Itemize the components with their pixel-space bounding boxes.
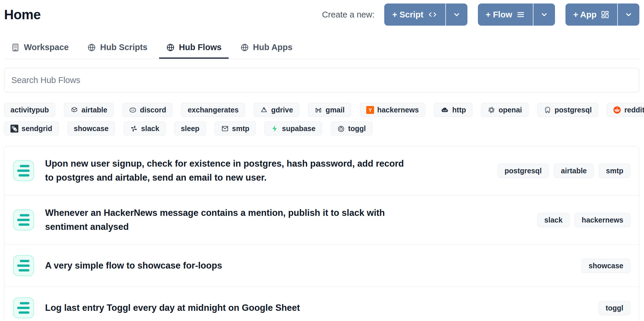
flow-tags: showcase [581, 259, 630, 273]
code-icon [428, 10, 437, 19]
flow-tag-smtp[interactable]: smtp [599, 164, 630, 178]
filter-chip-label: supabase [282, 124, 315, 133]
filter-chip-slack[interactable]: slack [124, 121, 166, 135]
flow-tags: toggl [599, 301, 630, 315]
filter-chip-gmail[interactable]: gmail [308, 103, 351, 117]
toggl-icon [337, 125, 345, 133]
tab-hub-scripts[interactable]: Hub Scripts [80, 38, 154, 59]
flow-title: Whenever an HackerNews message contains … [45, 206, 412, 234]
script-button[interactable]: + Script [384, 3, 446, 26]
flow-row[interactable]: Log last entry Toggl every day at midnig… [4, 287, 639, 321]
flow-button[interactable]: + Flow [478, 3, 533, 26]
filter-chip-hackernews[interactable]: Yhackernews [360, 103, 425, 117]
app-button[interactable]: + App [565, 3, 618, 26]
create-new-area: Create a new: + Script+ Flow+ App [322, 3, 639, 26]
filter-chip-discord[interactable]: discord [122, 103, 172, 117]
http-icon: HTTP [440, 106, 449, 114]
filter-chip-http[interactable]: HTTPhttp [434, 103, 472, 117]
flow-tag-airtable[interactable]: airtable [554, 164, 594, 178]
globe-icon [240, 43, 249, 52]
flow-title: Upon new user signup, check for existenc… [45, 157, 412, 185]
tab-label: Workspace [24, 43, 69, 52]
filter-chip-label: sleep [181, 124, 200, 133]
postgresql-icon [544, 106, 552, 114]
flow-tag-postgresql[interactable]: postgresql [498, 164, 549, 178]
app-button-label: + App [573, 10, 597, 20]
app-dropdown-button[interactable] [618, 3, 639, 26]
flow-title: Log last entry Toggl every day at midnig… [45, 301, 300, 315]
filter-chip-label: reddit [624, 106, 644, 114]
flow-tag-toggl[interactable]: toggl [599, 301, 630, 315]
app-grid-icon [601, 10, 609, 19]
flow-row[interactable]: A very simple flow to showcase for-loops… [4, 245, 639, 287]
filter-chip-label: gdrive [271, 106, 293, 114]
filter-chip-postgresql[interactable]: postgresql [537, 103, 598, 117]
filter-chip-airtable[interactable]: airtable [64, 103, 114, 117]
hackernews-icon: Y [366, 106, 374, 114]
filter-chip-sendgrid[interactable]: sendgrid [4, 121, 59, 135]
filter-chip-label: http [452, 106, 466, 114]
create-new-label: Create a new: [322, 10, 375, 20]
filter-chip-reddit[interactable]: reddit [607, 103, 644, 117]
flow-tag-slack[interactable]: slack [537, 213, 570, 227]
filter-chip-row: sendgridshowcaseslacksleepsmtpsupabaseto… [4, 121, 639, 135]
tab-workspace[interactable]: Workspace [4, 38, 76, 59]
flow-icon [13, 209, 34, 230]
page-title: Home [4, 7, 41, 22]
chevron-down-icon [540, 10, 549, 19]
flow-icon [13, 160, 34, 181]
tab-bar: WorkspaceHub ScriptsHub FlowsHub Apps [4, 38, 639, 59]
search-wrap [4, 68, 639, 92]
create-buttons: + Script+ Flow+ App [384, 3, 639, 26]
gmail-icon [314, 106, 322, 114]
filter-chip-label: discord [140, 106, 166, 114]
filter-chip-gdrive[interactable]: gdrive [254, 103, 299, 117]
filter-chip-label: activitypub [10, 106, 49, 114]
filter-chip-row: activitypubairtablediscordexchangeratesg… [4, 103, 639, 117]
tab-label: Hub Flows [179, 43, 222, 52]
flow-row[interactable]: Whenever an HackerNews message contains … [4, 195, 639, 245]
filter-chip-toggl[interactable]: toggl [331, 121, 372, 135]
flow-tag-showcase[interactable]: showcase [581, 259, 630, 273]
filter-chip-smtp[interactable]: smtp [215, 121, 256, 135]
flow-tag-hackernews[interactable]: hackernews [575, 213, 630, 227]
filter-chip-activitypub[interactable]: activitypub [4, 103, 55, 117]
script-dropdown-button[interactable] [446, 3, 467, 26]
filter-chip-supabase[interactable]: supabase [264, 121, 322, 135]
sendgrid-icon [10, 125, 18, 133]
flow-button-label: + Flow [486, 10, 512, 20]
smtp-icon [221, 125, 229, 133]
building-icon [11, 43, 20, 52]
tab-hub-apps[interactable]: Hub Apps [233, 38, 300, 59]
globe-icon [87, 43, 96, 52]
filter-chip-label: smtp [232, 124, 250, 133]
filter-chip-label: toggl [348, 124, 366, 133]
filter-chip-label: hackernews [377, 106, 419, 114]
chevron-down-icon [624, 10, 633, 19]
flow-icon [13, 297, 34, 318]
filter-chip-openai[interactable]: openai [481, 103, 529, 117]
filter-chip-exchangerates[interactable]: exchangerates [181, 103, 245, 117]
flow-dropdown-button[interactable] [533, 3, 555, 26]
openai-icon [488, 106, 495, 114]
filter-chip-label: exchangerates [188, 106, 239, 114]
tab-hub-flows[interactable]: Hub Flows [159, 38, 229, 59]
filter-chip-showcase[interactable]: showcase [67, 121, 115, 135]
filter-chip-sleep[interactable]: sleep [175, 121, 206, 135]
gdrive-icon [260, 106, 268, 114]
search-input[interactable] [4, 68, 639, 92]
script-button-label: + Script [392, 10, 423, 20]
chevron-down-icon [452, 10, 461, 19]
reddit-icon [613, 106, 621, 114]
page-header: Home Create a new: + Script+ Flow+ App [4, 0, 639, 26]
flow-title: A very simple flow to showcase for-loops [45, 259, 222, 273]
flow-row[interactable]: Upon new user signup, check for existenc… [4, 146, 639, 195]
filter-chip-label: slack [141, 124, 159, 133]
filter-chip-label: sendgrid [22, 124, 52, 133]
flow-lines-icon [516, 10, 525, 19]
filter-chip-label: airtable [81, 106, 107, 114]
tab-label: Hub Scripts [100, 43, 147, 52]
airtable-icon [70, 106, 78, 114]
app-button-group: + App [565, 3, 639, 26]
filter-chip-label: postgresql [555, 106, 592, 114]
